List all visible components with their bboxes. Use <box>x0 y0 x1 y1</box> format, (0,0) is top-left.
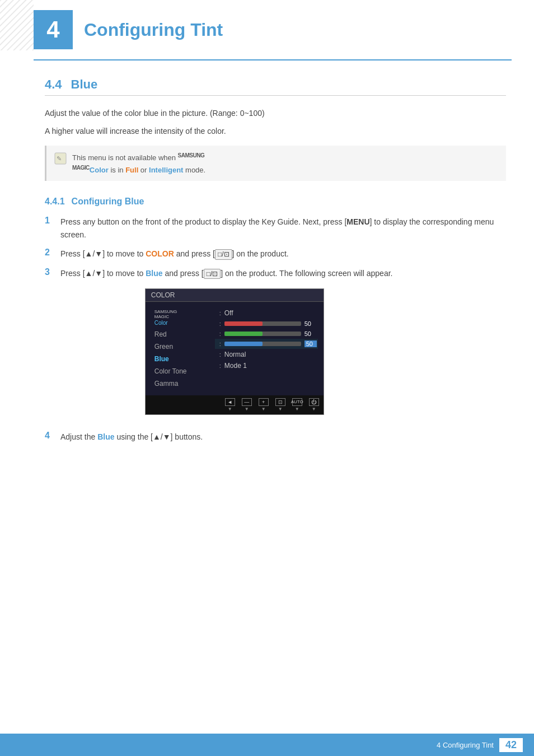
menu-item-samsung-magic: SAMSUNG MAGIC Color <box>151 307 213 328</box>
full-mode-label: Full <box>125 166 138 174</box>
section-number: 4.4 <box>45 77 62 92</box>
svg-text:✎: ✎ <box>57 155 62 162</box>
subsection-title: Configuring Blue <box>72 197 144 207</box>
step-number-3: 3 <box>45 267 60 277</box>
toolbar-btn-minus: — ▼ <box>242 398 252 412</box>
menu-row-gamma: : Mode 1 <box>215 360 318 371</box>
subsection-heading: 4.4.1 Configuring Blue <box>45 197 506 207</box>
menu-item-green: Green <box>151 340 213 353</box>
bar-bg-blue <box>224 342 301 346</box>
menu-value-gamma: Mode 1 <box>224 362 247 370</box>
monitor-content: SAMSUNG MAGIC Color Red Green Blue Color… <box>146 302 324 395</box>
bar-bg-green <box>224 332 301 336</box>
plus-icon: + <box>259 398 269 406</box>
section-title: Blue <box>71 77 98 92</box>
bar-fill-red <box>224 321 263 326</box>
monitor-title: COLOR <box>151 291 175 299</box>
monitor-box: COLOR SAMSUNG MAGIC Color Red Green <box>145 288 324 415</box>
body-paragraph-2: A higher value will increase the intensi… <box>45 125 506 137</box>
section-heading: 4.4 Blue <box>45 77 506 96</box>
bar-value-red: 50 <box>305 320 317 327</box>
toolbar-btn-power: ⏻ ▼ <box>309 398 319 412</box>
power-icon: ⏻ <box>309 398 319 406</box>
page-footer: 4 Configuring Tint 42 <box>0 734 534 756</box>
chapter-title: Configuring Tint <box>84 20 223 40</box>
menu-row-blue: : 50 <box>215 339 318 349</box>
bar-value-blue: 50 <box>305 340 317 347</box>
corner-decoration <box>0 0 34 50</box>
menu-row-color-tone: : Normal <box>215 349 318 360</box>
bar-fill-green <box>224 332 263 336</box>
footer-text: 4 Configuring Tint <box>437 741 494 749</box>
step-4: 4 Adjust the Blue using the [▲/▼] button… <box>45 431 506 443</box>
monitor-toolbar: ◄ ▼ — ▼ + ▼ ⊡ <box>146 395 324 414</box>
note-prefix: This menu is not available when <box>72 153 178 162</box>
bar-container-red: 50 <box>224 320 317 327</box>
menu-row-green: : 50 <box>215 329 318 339</box>
menu-left: SAMSUNG MAGIC Color Red Green Blue Color… <box>151 307 213 390</box>
bar-container-blue: 50 <box>224 340 317 347</box>
page-number: 42 <box>499 738 523 752</box>
minus-icon: — <box>242 398 252 406</box>
steps-list: 1 Press any button on the front of the p… <box>45 216 506 443</box>
auto-icon: AUTO <box>292 398 302 406</box>
menu-row-red: : 50 <box>215 319 318 329</box>
toolbar-btn-enter: ⊡ ▼ <box>275 398 285 412</box>
monitor-title-bar: COLOR <box>146 289 324 302</box>
step-text-3: Press [▲/▼] to move to Blue and press [□… <box>60 269 392 278</box>
toolbar-btn-plus: + ▼ <box>259 398 269 412</box>
menu-value-magic: Off <box>224 309 233 317</box>
note-middle: is in <box>109 166 125 174</box>
menu-item-gamma: Gamma <box>151 377 213 390</box>
step-text-1: Press any button on the front of the pro… <box>60 216 506 241</box>
step-1: 1 Press any button on the front of the p… <box>45 216 506 241</box>
subsection-number: 4.4.1 <box>45 197 65 207</box>
note-icon: ✎ <box>54 152 67 166</box>
note-box: ✎ This menu is not available when SAMSUN… <box>45 146 506 181</box>
bar-container-green: 50 <box>224 330 317 337</box>
menu-item-red: Red <box>151 328 213 340</box>
magic-color-label: Color <box>90 166 109 174</box>
chapter-number: 4 <box>34 10 73 49</box>
body-paragraph-1: Adjust the value of the color blue in th… <box>45 107 506 119</box>
menu-value-color-tone: Normal <box>224 351 246 358</box>
step-3: 3 Press [▲/▼] to move to Blue and press … <box>45 267 506 424</box>
menu-item-color-tone: Color Tone <box>151 365 213 377</box>
note-end: mode. <box>183 166 205 174</box>
menu-right: : Off : 5 <box>213 307 318 390</box>
step-number-1: 1 <box>45 216 60 226</box>
step-text-4: Adjust the Blue using the [▲/▼] buttons. <box>60 431 203 443</box>
bar-fill-blue <box>224 342 263 346</box>
intelligent-mode-label: Intelligent <box>149 166 183 174</box>
menu-item-blue: Blue <box>151 353 213 365</box>
enter-icon: ⊡ <box>275 398 285 406</box>
note-text: This menu is not available when SAMSUNGM… <box>72 151 205 176</box>
toolbar-btn-auto: AUTO ▼ <box>292 398 302 412</box>
chapter-header: 4 Configuring Tint <box>34 0 512 60</box>
svg-rect-1 <box>0 0 34 50</box>
menu-row-magic: : Off <box>215 307 318 319</box>
step-text-2: Press [▲/▼] to move to COLOR and press [… <box>60 248 289 260</box>
monitor-screenshot: COLOR SAMSUNG MAGIC Color Red Green <box>76 288 392 415</box>
step-number-4: 4 <box>45 431 60 441</box>
note-or: or <box>138 166 149 174</box>
back-icon: ◄ <box>225 398 235 406</box>
main-content: 4.4 Blue Adjust the value of the color b… <box>45 60 506 443</box>
bar-bg-red <box>224 321 301 326</box>
bar-value-green: 50 <box>305 330 317 337</box>
step-number-2: 2 <box>45 248 60 258</box>
step-2: 2 Press [▲/▼] to move to COLOR and press… <box>45 248 506 260</box>
toolbar-btn-back: ◄ ▼ <box>225 398 235 412</box>
